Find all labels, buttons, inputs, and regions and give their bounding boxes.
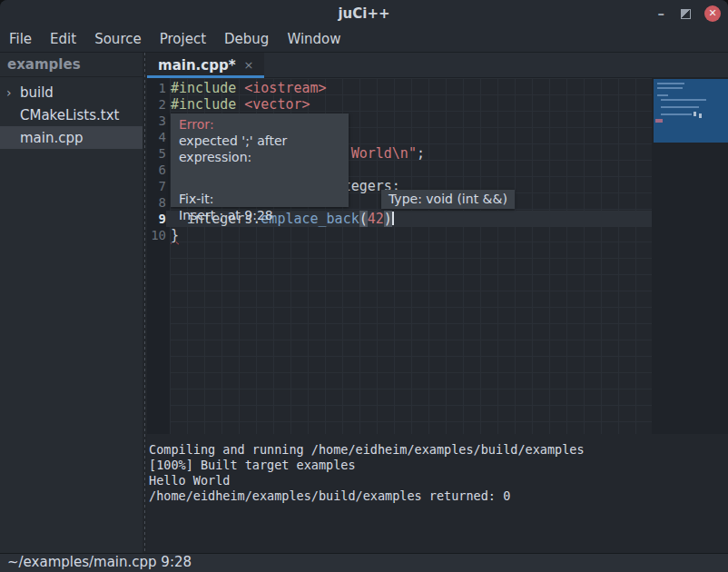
line-number: 9 — [147, 211, 166, 227]
minimap-line — [661, 113, 692, 115]
menu-item[interactable]: Project — [151, 27, 215, 52]
window-title: juCi++ — [0, 0, 728, 27]
close-icon[interactable]: ✕ — [704, 5, 721, 22]
minimap-line — [657, 87, 683, 89]
line-number: 1 — [147, 80, 166, 96]
minimap-error-mark — [655, 119, 663, 123]
line-number: 5 — [147, 145, 166, 162]
file-tree-item[interactable]: main.cpp — [0, 126, 143, 149]
status-diagnostics: 1 error, 1 fix it — [502, 554, 625, 572]
statusbar: ~/examples/main.cpp 9:28 1 error, 1 fix … — [0, 553, 728, 572]
code-line[interactable]: 2 #include <vector> — [147, 96, 652, 113]
output-line: [100%] Built target examples — [149, 458, 728, 473]
file-tree-item[interactable]: CMakeLists.txt — [0, 104, 143, 126]
code-text: } — [166, 227, 652, 243]
code-text: #include <iostream> — [166, 80, 652, 96]
sidebar: examples › build CMakeLists.txt main.cpp — [0, 53, 143, 554]
output-panel[interactable]: Compiling and running /home/eidheim/exam… — [147, 436, 728, 554]
error-tooltip-title: Error: — [179, 116, 340, 133]
line-number: 3 — [147, 113, 166, 129]
minimize-icon[interactable]: – — [655, 0, 668, 27]
code-text: #include <vector> — [166, 96, 652, 113]
line-number: 7 — [147, 178, 166, 194]
titlebar[interactable]: juCi++ – ✕ — [0, 0, 728, 27]
minimap[interactable] — [654, 79, 728, 143]
line-number: 8 — [147, 194, 166, 211]
output-line: Hello World — [149, 473, 728, 488]
tabbar: main.cpp* × — [147, 53, 728, 78]
fixit-text: Insert ; at 9:28 — [179, 207, 340, 223]
minimap-line — [657, 94, 668, 96]
line-number: 6 — [147, 162, 166, 178]
juci-window: juCi++ – ✕ File Edit Source Project Debu… — [0, 0, 728, 572]
error-tooltip: Error: expected ';' after expression: Fi… — [171, 113, 349, 207]
tab-main-cpp[interactable]: main.cpp* × — [147, 53, 264, 77]
menu-item[interactable]: File — [0, 27, 41, 52]
restore-icon[interactable] — [681, 9, 691, 19]
chevron-right-icon[interactable]: › — [6, 85, 20, 100]
code-line[interactable]: 1 #include <iostream> — [147, 80, 652, 96]
minimap-line — [661, 106, 699, 108]
menu-item[interactable]: Debug — [215, 27, 278, 52]
type-tooltip: Type: void (int &&) — [381, 190, 515, 209]
minimap-bracket-mark — [699, 113, 702, 118]
minimap-line — [657, 83, 684, 84]
project-name: examples — [0, 53, 143, 77]
file-tree: › build CMakeLists.txt main.cpp — [0, 77, 143, 149]
file-name: build — [20, 84, 54, 101]
line-number: 10 — [147, 227, 166, 243]
file-name: main.cpp — [20, 130, 84, 146]
file-tree-item[interactable]: › build — [0, 81, 143, 104]
menu-item[interactable]: Edit — [41, 27, 85, 52]
menu-item[interactable]: Source — [85, 27, 151, 52]
output-line: Compiling and running /home/eidheim/exam… — [149, 442, 728, 458]
line-number: 2 — [147, 96, 166, 113]
status-file-location: ~/examples/main.cpp 9:28 — [7, 554, 192, 571]
tab-close-icon[interactable]: × — [243, 58, 253, 72]
output-line: /home/eidheim/examples/build/examples re… — [149, 488, 728, 504]
window-controls: – ✕ — [655, 0, 722, 27]
fixit-label: Fix-it: — [179, 191, 340, 207]
file-name: CMakeLists.txt — [20, 107, 119, 123]
code-line[interactable]: 10 } — [147, 227, 652, 243]
menu-item[interactable]: Window — [278, 27, 349, 52]
line-number: 4 — [147, 129, 166, 145]
minimap-bracket-mark — [694, 112, 696, 116]
menubar: File Edit Source Project Debug Window — [0, 27, 728, 53]
minimap-line — [661, 99, 706, 101]
tab-label: main.cpp* — [158, 57, 235, 74]
error-tooltip-message: expected ';' after expression: — [179, 133, 340, 165]
